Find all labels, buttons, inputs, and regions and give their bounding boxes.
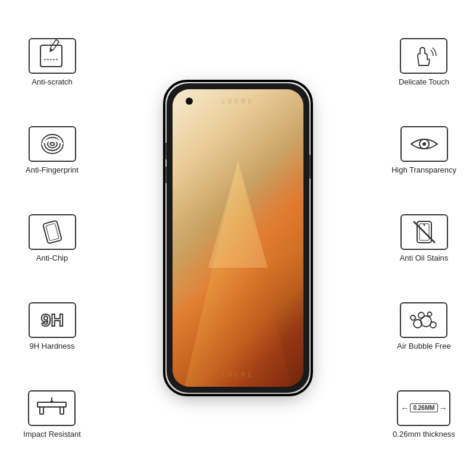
impact-icon-box: [28, 390, 76, 426]
right-features: Delicate Touch High Transparency: [372, 12, 476, 464]
anti-chip-icon-box: [29, 214, 76, 250]
phone-screen: LDCRE LDCRE Oppo Reno8 T: [173, 89, 303, 387]
fingerprint-icon: [36, 131, 69, 157]
arrow-right: →: [439, 403, 447, 413]
anti-scratch-icon-box: [29, 38, 76, 74]
thickness-label: 0.26mm thickness: [393, 430, 455, 439]
side-button-left-2: [164, 167, 167, 183]
svg-point-7: [50, 142, 54, 145]
thickness-icon-box: ← 0.26MM →: [397, 390, 450, 426]
9h-icon-box: 9H: [29, 302, 76, 338]
anti-scratch-label: Anti-scratch: [32, 77, 73, 86]
main-container: Anti-scratch Anti-Fingerprint: [0, 0, 476, 476]
oil-stains-icon: [408, 219, 441, 245]
svg-point-29: [428, 312, 432, 316]
feature-anti-oil-stains: Anti Oil Stains: [400, 214, 449, 262]
feature-thickness: ← 0.26MM → 0.26mm thickness: [393, 390, 455, 439]
svg-point-5: [45, 137, 60, 151]
phone-wrapper: LDCRE LDCRE Oppo Reno8 T: [167, 83, 309, 393]
left-features: Anti-scratch Anti-Fingerprint: [0, 12, 104, 464]
svg-marker-17: [208, 161, 268, 268]
impact-label: Impact Resistant: [23, 430, 81, 439]
feature-9h-hardness: 9H 9H Hardness: [29, 302, 76, 350]
svg-rect-9: [45, 223, 58, 240]
anti-chip-label: Anti-Chip: [36, 253, 68, 262]
svg-rect-13: [60, 407, 64, 414]
eye-icon: [408, 131, 441, 157]
delicate-touch-icon-box: [400, 38, 447, 74]
svg-marker-3: [48, 48, 52, 53]
9h-icon: 9H: [36, 307, 69, 333]
svg-rect-0: [40, 45, 62, 67]
feature-anti-chip: Anti-Chip: [29, 214, 76, 262]
impact-icon: [34, 395, 70, 421]
feature-anti-scratch: Anti-scratch: [29, 38, 76, 86]
high-transparency-label: High Transparency: [392, 165, 456, 174]
touch-icon: [407, 43, 440, 69]
punch-hole-camera: [186, 98, 193, 105]
feature-air-bubble-free: Air Bubble Free: [397, 302, 450, 350]
feature-anti-fingerprint: Anti-Fingerprint: [26, 126, 79, 174]
side-button-right: [309, 155, 312, 178]
side-button-left-1: [164, 143, 167, 159]
phone-mockup: LDCRE LDCRE Oppo Reno8 T: [167, 83, 309, 393]
feature-delicate-touch: Delicate Touch: [399, 38, 449, 86]
svg-point-23: [423, 224, 425, 226]
mountain-graphic: [173, 149, 303, 387]
anti-fingerprint-icon-box: [29, 126, 76, 162]
phone-center: LDCRE LDCRE Oppo Reno8 T: [104, 83, 372, 393]
anti-oil-label: Anti Oil Stains: [400, 253, 449, 262]
anti-fingerprint-label: Anti-Fingerprint: [26, 165, 79, 174]
feature-high-transparency: High Transparency: [392, 126, 456, 174]
svg-rect-12: [40, 407, 43, 414]
svg-text:9H: 9H: [40, 310, 63, 330]
thickness-value-label: 0.26MM: [410, 403, 437, 412]
air-bubble-icon-box: [400, 302, 447, 338]
svg-point-20: [421, 141, 423, 143]
delicate-touch-label: Delicate Touch: [399, 77, 449, 86]
9h-label: 9H Hardness: [30, 342, 75, 350]
bubble-icon: [407, 307, 440, 333]
feature-impact-resistant: Impact Resistant: [23, 390, 81, 439]
anti-oil-icon-box: [400, 214, 448, 250]
phone-brand-top: LDCRE: [222, 98, 254, 105]
svg-point-27: [430, 322, 436, 328]
thickness-arrows: ← 0.26MM →: [400, 403, 447, 413]
chip-icon: [36, 219, 69, 245]
high-transparency-icon-box: [400, 126, 448, 162]
air-bubble-label: Air Bubble Free: [397, 342, 450, 350]
svg-point-30: [411, 315, 415, 320]
svg-point-28: [418, 312, 424, 318]
arrow-left: ←: [400, 403, 409, 413]
scratch-icon: [36, 43, 69, 69]
